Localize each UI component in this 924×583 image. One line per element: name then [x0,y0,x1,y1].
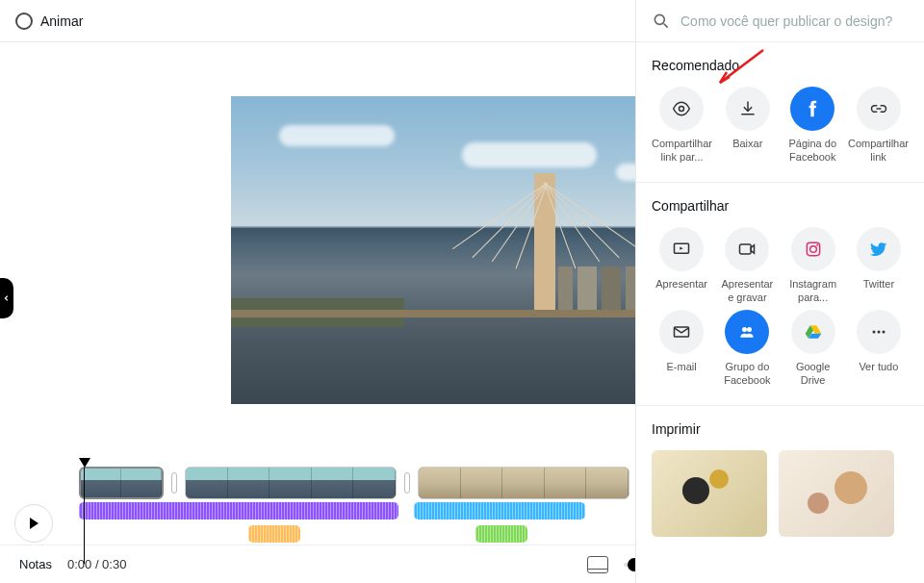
audio-track[interactable] [414,502,585,520]
present-icon [672,240,691,259]
eye-icon [672,99,691,118]
animate-icon [15,13,33,30]
svg-point-13 [882,331,885,334]
timeline-clip[interactable] [418,467,629,499]
animate-button[interactable]: Animar [15,13,83,30]
scene-decoration [462,142,597,167]
more-icon [869,322,888,342]
twitter-icon [869,240,888,259]
svg-point-11 [872,331,875,334]
audio-track[interactable] [79,502,398,520]
animate-label: Animar [40,13,83,29]
clip-gap-handle[interactable] [404,472,410,494]
record-icon [737,240,757,259]
scene-decoration [231,310,693,317]
instagram-icon [804,240,823,259]
timeline-clip[interactable] [79,467,164,499]
svg-point-6 [809,245,816,252]
google-drive-icon [804,322,823,342]
email-icon [672,322,691,342]
share-option-google-drive[interactable]: Google Drive [783,310,843,388]
share-option-twitter[interactable]: Twitter [849,227,909,305]
share-panel: Recomendado Compartilhar link par... Bai… [635,0,924,583]
share-option-present[interactable]: Apresentar [652,227,711,305]
svg-point-10 [747,327,752,332]
play-icon [26,516,41,531]
svg-rect-4 [740,244,752,254]
print-template-tile[interactable] [652,450,767,537]
share-option-share-link[interactable]: Compartilhar link [848,87,909,165]
svg-point-9 [742,327,747,332]
playhead-line[interactable] [84,468,85,564]
download-icon [738,99,757,118]
audio-track[interactable] [248,525,300,543]
clip-gap-handle[interactable] [171,472,177,494]
share-option-instagram[interactable]: Instagram para... [783,227,843,305]
share-option-view-link[interactable]: Compartilhar link par... [652,87,712,165]
share-search-input[interactable] [680,13,909,29]
share-option-facebook-page[interactable]: Página do Facebook [783,87,843,165]
share-option-present-record[interactable]: Apresentar e gravar [717,227,777,305]
svg-point-2 [680,107,684,112]
timeline-clip[interactable] [185,467,397,499]
scene-decoration [279,125,395,146]
section-title-recommended: Recomendado [652,58,909,73]
svg-point-7 [816,243,818,245]
svg-point-12 [877,331,880,334]
print-template-tile[interactable] [779,450,894,537]
view-mode-icon[interactable] [587,556,608,573]
playhead-marker[interactable] [79,458,90,468]
share-option-see-all[interactable]: Ver tudo [849,310,909,388]
time-display: 0:00 / 0:30 [67,557,126,571]
share-option-email[interactable]: E-mail [652,310,711,388]
share-option-facebook-group[interactable]: Grupo do Facebook [717,310,777,388]
facebook-icon [803,99,822,118]
group-icon [737,322,757,342]
audio-track[interactable] [475,525,527,543]
svg-point-0 [654,14,664,24]
section-title-share: Compartilhar [652,198,909,214]
section-title-print: Imprimir [652,421,909,437]
link-icon [869,99,888,118]
play-button[interactable] [14,504,53,543]
notes-button[interactable]: Notas [19,557,52,571]
svg-line-1 [664,23,668,27]
search-icon [652,12,671,31]
share-option-download[interactable]: Baixar [718,87,778,165]
video-canvas[interactable] [231,96,693,404]
